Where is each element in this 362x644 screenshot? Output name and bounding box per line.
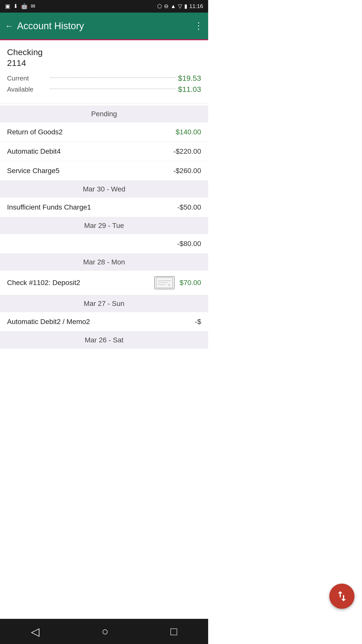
bluetooth-icon: ⬠ <box>157 3 162 10</box>
download-icon: ⬇ <box>13 3 18 10</box>
transaction-amount: -$260.00 <box>173 167 201 175</box>
mail-icon: ✉ <box>31 3 35 10</box>
app-bar: ← Account History ⋮ <box>0 13 208 40</box>
page-title: Account History <box>17 21 84 31</box>
available-balance-row: Available $11.03 <box>7 85 201 94</box>
transaction-left: Check #1102: Deposit2 <box>7 279 80 287</box>
transaction-row-empty[interactable]: -$80.00 <box>0 234 208 254</box>
transaction-amount: -$ <box>195 318 201 326</box>
screen-icon: ▣ <box>5 3 10 10</box>
transaction-name: Check #1102: Deposit2 <box>7 279 80 287</box>
section-header-mar27: Mar 27 - Sun <box>0 295 208 312</box>
transaction-row[interactable]: Return of Goods2 $140.00 <box>0 123 208 142</box>
check-image-icon: $ <box>154 276 174 289</box>
transaction-name: Service Charge5 <box>7 167 60 175</box>
current-amount: $19.53 <box>178 74 201 83</box>
available-dots <box>50 89 175 89</box>
section-header-mar29: Mar 29 - Tue <box>0 217 208 234</box>
svg-text:$: $ <box>169 284 170 286</box>
transaction-row[interactable]: Insufficient Funds Charge1 -$50.00 <box>0 198 208 217</box>
current-dots <box>50 77 175 78</box>
status-left: ▣ ⬇ 🤖 ✉ <box>5 3 35 10</box>
app-bar-left: ← Account History <box>5 21 84 31</box>
transaction-right: $ $70.00 <box>154 276 201 289</box>
transaction-row-check[interactable]: Check #1102: Deposit2 $ $70.00 <box>0 271 208 295</box>
transaction-amount: -$220.00 <box>173 147 201 155</box>
back-icon: ← <box>5 21 13 31</box>
account-info: Checking 2114 Current $19.53 Available $… <box>0 40 208 101</box>
android-icon: 🤖 <box>21 3 28 10</box>
status-time: 11:16 <box>189 3 203 10</box>
section-header-mar30: Mar 30 - Wed <box>0 181 208 198</box>
nosim-icon: ▽ <box>178 3 182 10</box>
section-header-mar26: Mar 26 - Sat <box>0 332 208 349</box>
transaction-name: Automatic Debit4 <box>7 147 61 155</box>
more-options-button[interactable]: ⋮ <box>194 21 203 31</box>
content: Checking 2114 Current $19.53 Available $… <box>0 40 208 349</box>
battery-icon: ▮ <box>184 3 187 10</box>
transaction-amount: $70.00 <box>179 279 201 287</box>
transaction-row[interactable]: Service Charge5 -$260.00 <box>0 161 208 181</box>
back-button[interactable]: ← <box>5 21 13 31</box>
transaction-amount: $140.00 <box>176 128 201 136</box>
account-number: 2114 <box>7 58 201 68</box>
available-amount: $11.03 <box>178 85 201 94</box>
transaction-amount: -$50.00 <box>177 203 201 211</box>
divider-top <box>0 103 208 103</box>
balance-rows: Current $19.53 Available $11.03 <box>7 74 201 94</box>
transaction-name: Return of Goods2 <box>7 128 63 136</box>
available-label: Available <box>7 86 47 93</box>
transaction-row[interactable]: Automatic Debit4 -$220.00 <box>0 142 208 161</box>
transaction-row[interactable]: Automatic Debit2 / Memo2 -$ <box>0 312 208 332</box>
section-header-pending: Pending <box>0 105 208 123</box>
current-label: Current <box>7 74 47 82</box>
more-icon: ⋮ <box>194 21 203 31</box>
transaction-name: Automatic Debit2 / Memo2 <box>7 318 90 326</box>
current-balance-row: Current $19.53 <box>7 74 201 83</box>
section-header-mar28: Mar 28 - Mon <box>0 254 208 271</box>
status-bar: ▣ ⬇ 🤖 ✉ ⬠ ⊖ ▲ ▽ ▮ 11:16 <box>0 0 208 13</box>
account-name: Checking <box>7 47 201 57</box>
wifi-icon: ▲ <box>170 3 176 10</box>
status-right: ⬠ ⊖ ▲ ▽ ▮ 11:16 <box>157 3 203 10</box>
minus-circle-icon: ⊖ <box>164 3 168 10</box>
transaction-amount: -$80.00 <box>177 240 201 248</box>
transaction-name: Insufficient Funds Charge1 <box>7 203 91 211</box>
